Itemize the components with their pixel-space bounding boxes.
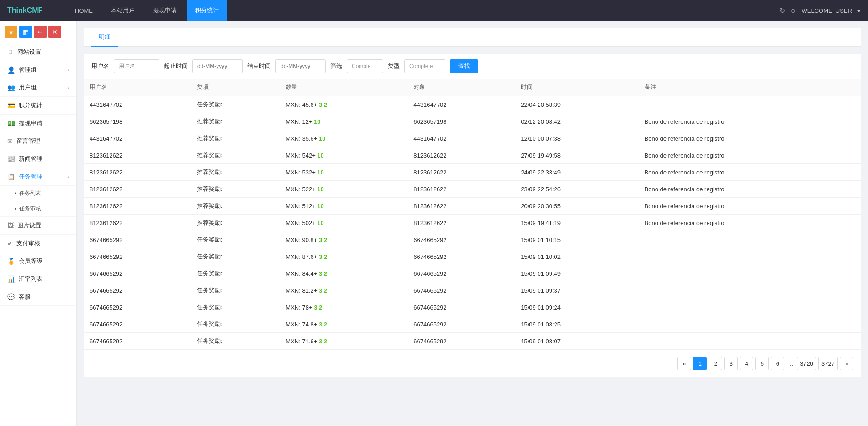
sidebar-item-task-review[interactable]: • 任务审核 bbox=[0, 201, 76, 217]
sidebar-item-withdrawal[interactable]: 💵 提现申请 bbox=[0, 115, 76, 132]
user-label: WELCOME_USER bbox=[801, 7, 852, 14]
chevron-right-icon: › bbox=[67, 67, 69, 73]
nav-items: HOME 本站用户 提现申请 积分统计 bbox=[67, 0, 766, 21]
cell-username: 6674665292 bbox=[84, 265, 191, 282]
sidebar-item-exchange-rate[interactable]: 📊 汇率列表 bbox=[0, 270, 76, 288]
page-next-button[interactable]: » bbox=[840, 357, 853, 370]
user-avatar-icon: ⊙ bbox=[791, 7, 796, 14]
brand-logo: ThinkCMF bbox=[7, 6, 53, 15]
filter-label: 筛选 bbox=[330, 62, 342, 70]
cell-username: 4431647702 bbox=[84, 96, 191, 113]
cell-target: 6674665292 bbox=[408, 299, 515, 316]
table-row: 8123612622推荐奖励:MXN: 502+ 10812361262215/… bbox=[84, 215, 861, 231]
sidebar-back-button[interactable]: ↩ bbox=[34, 26, 47, 38]
sidebar-item-website-settings[interactable]: 🖥 网站设置 bbox=[0, 43, 76, 61]
user-dropdown-icon[interactable]: ▾ bbox=[857, 7, 861, 14]
sidebar-star-button[interactable]: ★ bbox=[5, 26, 17, 38]
cell-target: 6674665292 bbox=[408, 248, 515, 265]
cell-time: 15/09 01:09:37 bbox=[515, 282, 639, 299]
sidebar-item-member-level[interactable]: 🏅 会员等级 bbox=[0, 252, 76, 270]
page-5-button[interactable]: 5 bbox=[755, 357, 769, 370]
start-time-input[interactable] bbox=[192, 59, 243, 73]
sidebar-label-member: 会员等级 bbox=[19, 257, 42, 265]
sidebar-item-payment-review[interactable]: ✔ 支付审核 bbox=[0, 235, 76, 252]
chevron-right-icon-3: › bbox=[67, 174, 69, 179]
cell-remark bbox=[639, 248, 861, 265]
page-prev-button[interactable]: « bbox=[677, 357, 691, 370]
search-button[interactable]: 查找 bbox=[450, 59, 478, 73]
cell-time: 02/12 20:08:42 bbox=[515, 113, 639, 130]
cell-category: 任务奖励: bbox=[191, 96, 280, 113]
sidebar-toolbar: ★ ▦ ↩ ✕ bbox=[0, 21, 76, 43]
cell-target: 6623657198 bbox=[408, 113, 515, 130]
cell-target: 8123612622 bbox=[408, 181, 515, 198]
header-right: ↻ ⊙ WELCOME_USER ▾ bbox=[779, 6, 861, 15]
cell-target: 6674665292 bbox=[408, 282, 515, 299]
th-target: 对象 bbox=[408, 79, 515, 96]
cell-target: 8123612622 bbox=[408, 215, 515, 231]
cell-amount: MXN: 542+ 10 bbox=[280, 147, 408, 164]
cell-category: 推荐奖励: bbox=[191, 215, 280, 231]
table-row: 6674665292任务奖励:MXN: 90.8+ 3.266746652921… bbox=[84, 231, 861, 248]
sidebar-item-messages[interactable]: ✉ 留言管理 bbox=[0, 132, 76, 150]
monitor-icon: 🖥 bbox=[7, 48, 14, 56]
sidebar-item-admin-group[interactable]: 👤 管理组 › bbox=[0, 61, 76, 79]
cell-time: 15/09 01:09:24 bbox=[515, 299, 639, 316]
sidebar-label-exchange: 汇率列表 bbox=[19, 275, 42, 283]
sidebar-close-button[interactable]: ✕ bbox=[48, 26, 61, 38]
chart-icon: 📊 bbox=[7, 275, 15, 283]
page-2-button[interactable]: 2 bbox=[709, 357, 722, 370]
filter-value-input[interactable] bbox=[347, 59, 383, 73]
nav-users[interactable]: 本站用户 bbox=[103, 0, 143, 21]
sidebar-label-website: 网站设置 bbox=[17, 48, 41, 56]
cell-username: 6623657198 bbox=[84, 113, 191, 130]
cell-amount: MXN: 71.6+ 3.2 bbox=[280, 333, 408, 350]
sidebar-item-support[interactable]: 💬 客服 bbox=[0, 288, 76, 306]
cell-remark bbox=[639, 231, 861, 248]
sidebar-layout-button[interactable]: ▦ bbox=[19, 26, 32, 38]
table-header: 用户名 类项 数量 对象 时间 备注 bbox=[84, 79, 861, 96]
cell-category: 任务奖励: bbox=[191, 248, 280, 265]
th-time: 时间 bbox=[515, 79, 639, 96]
page-6-button[interactable]: 6 bbox=[771, 357, 784, 370]
cell-amount: MXN: 84.4+ 3.2 bbox=[280, 265, 408, 282]
users-icon: 👥 bbox=[7, 84, 15, 91]
cell-category: 任务奖励: bbox=[191, 282, 280, 299]
page-3726-button[interactable]: 3726 bbox=[797, 357, 816, 370]
sidebar-item-user-group[interactable]: 👥 用户组 › bbox=[0, 79, 76, 97]
cell-username: 6674665292 bbox=[84, 282, 191, 299]
nav-points[interactable]: 积分统计 bbox=[187, 0, 227, 21]
sidebar-label-users: 用户组 bbox=[19, 84, 37, 92]
cell-time: 22/04 20:58:39 bbox=[515, 96, 639, 113]
type-value-input[interactable] bbox=[404, 59, 445, 73]
cell-remark: Bono de referencia de registro bbox=[639, 164, 861, 181]
tab-detail[interactable]: 明细 bbox=[91, 28, 118, 47]
cell-username: 8123612622 bbox=[84, 181, 191, 198]
refresh-icon[interactable]: ↻ bbox=[779, 6, 785, 15]
sidebar-item-points[interactable]: 💳 积分统计 bbox=[0, 97, 76, 115]
cell-amount: MXN: 81.2+ 3.2 bbox=[280, 282, 408, 299]
table-row: 6674665292任务奖励:MXN: 74.8+ 3.266746652921… bbox=[84, 316, 861, 333]
cell-time: 15/09 01:09:49 bbox=[515, 265, 639, 282]
cell-time: 15/09 01:10:02 bbox=[515, 248, 639, 265]
sidebar-item-images[interactable]: 🖼 图片设置 bbox=[0, 217, 76, 235]
cell-time: 23/09 22:54:26 bbox=[515, 181, 639, 198]
cell-amount: MXN: 522+ 10 bbox=[280, 181, 408, 198]
sidebar-label-support: 客服 bbox=[19, 293, 31, 301]
sidebar-item-tasks[interactable]: 📋 任务管理 › bbox=[0, 168, 76, 186]
th-amount: 数量 bbox=[280, 79, 408, 96]
page-1-button[interactable]: 1 bbox=[693, 357, 707, 370]
th-category: 类项 bbox=[191, 79, 280, 96]
nav-withdrawal[interactable]: 提现申请 bbox=[145, 0, 185, 21]
page-3727-button[interactable]: 3727 bbox=[818, 357, 838, 370]
end-time-input[interactable] bbox=[275, 59, 326, 73]
sidebar-item-task-list[interactable]: • 任务列表 bbox=[0, 186, 76, 201]
nav-home[interactable]: HOME bbox=[67, 0, 101, 21]
tab-bar: 明细 bbox=[84, 28, 861, 47]
table-row: 6674665292任务奖励:MXN: 84.4+ 3.266746652921… bbox=[84, 265, 861, 282]
page-4-button[interactable]: 4 bbox=[740, 357, 753, 370]
sidebar-item-news[interactable]: 📰 新闻管理 bbox=[0, 150, 76, 168]
page-3-button[interactable]: 3 bbox=[724, 357, 738, 370]
cell-time: 15/09 01:08:25 bbox=[515, 316, 639, 333]
username-input[interactable] bbox=[114, 59, 159, 73]
